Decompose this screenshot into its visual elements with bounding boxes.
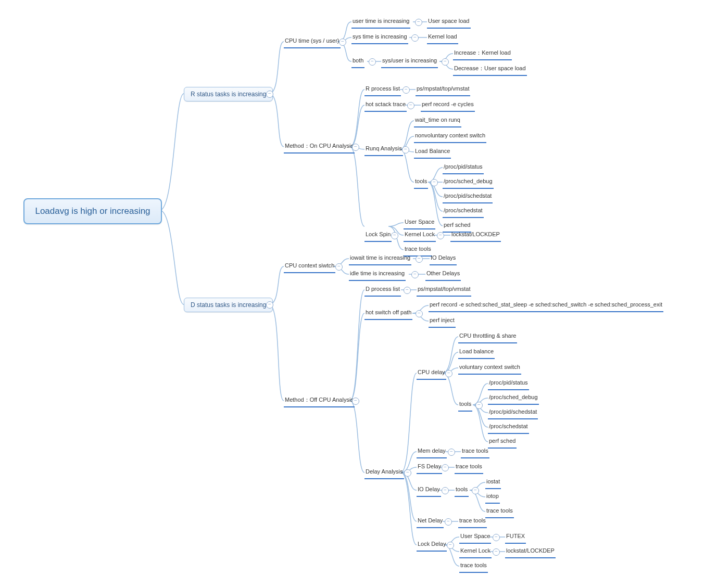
toggle-icon[interactable]: − — [442, 464, 449, 471]
leaf-d-t2: /proc/sched_debug — [488, 392, 539, 405]
node-user-space-2[interactable]: User Space — [459, 531, 491, 544]
node-delay-analysis[interactable]: Delay Analysis — [364, 466, 404, 479]
toggle-icon[interactable]: − — [404, 469, 411, 477]
toggle-icon[interactable]: − — [415, 19, 422, 26]
leaf-perf-inject: perf inject — [429, 315, 456, 328]
toggle-icon[interactable]: − — [445, 518, 452, 526]
leaf-d-loadbal: Load balance — [458, 346, 495, 359]
leaf-dec-user: Decrease：User space load — [453, 63, 527, 76]
leaf-trace-1: trace tools — [461, 445, 489, 458]
node-cpu-time[interactable]: CPU time (sys / user) — [284, 35, 341, 48]
toggle-icon[interactable]: − — [475, 402, 483, 409]
connector-layer — [10, 10, 707, 578]
node-lock-spin[interactable]: Lock Spin — [364, 229, 392, 242]
leaf-futex: FUTEX — [505, 531, 526, 544]
toggle-icon[interactable]: − — [335, 263, 343, 271]
node-mem-delay[interactable]: Mem delay — [417, 445, 447, 458]
leaf-user-space: User Space — [404, 216, 435, 229]
leaf-r-t2: /proc/sched_debug — [443, 176, 494, 189]
toggle-icon[interactable]: − — [402, 146, 409, 154]
leaf-r-t3: /proc/pid/schedstat — [443, 190, 493, 203]
toggle-icon[interactable]: − — [493, 548, 500, 556]
node-idle-inc[interactable]: idle time is increasing — [349, 268, 406, 281]
toggle-icon[interactable]: − — [369, 58, 376, 66]
node-tools-r[interactable]: tools — [414, 176, 428, 189]
toggle-icon[interactable]: − — [352, 398, 359, 405]
node-lock-delay[interactable]: Lock Delay — [417, 539, 447, 552]
node-sys-time-inc[interactable]: sys time is increasing — [351, 31, 408, 44]
node-net-delay[interactable]: Net Delay — [417, 515, 444, 528]
leaf-io-delays: IO Delays — [430, 252, 457, 265]
toggle-icon[interactable]: − — [411, 271, 419, 278]
toggle-icon[interactable]: − — [391, 232, 398, 239]
leaf-throttling: CPU throttling & share — [458, 330, 517, 343]
toggle-icon[interactable]: − — [416, 310, 423, 317]
node-cpu-ctx-switch[interactable]: CPU context siwtch — [284, 260, 335, 273]
leaf-d-t4: /proc/schedstat — [488, 421, 529, 434]
leaf-perf-record: perf record -e cycles — [421, 99, 475, 112]
leaf-loadbal: Load Balance — [414, 146, 451, 159]
node-runq-analysis[interactable]: Runq Analysis — [364, 143, 403, 156]
toggle-icon[interactable]: − — [472, 487, 479, 494]
leaf-ps-tools: ps/mpstat/top/vmstat — [416, 83, 470, 96]
leaf-r-t4: /proc/schedstat — [443, 205, 484, 218]
toggle-icon[interactable]: − — [442, 58, 449, 66]
leaf-trace-5: trace tools — [459, 560, 488, 573]
node-kernel-lock[interactable]: Kernel Lock — [404, 229, 436, 242]
node-hot-stack[interactable]: hot sctack trace — [364, 99, 407, 112]
node-io-tools[interactable]: tools — [455, 484, 469, 497]
toggle-icon[interactable]: − — [437, 232, 444, 239]
node-kernel-lock-2[interactable]: Kernel Lock — [459, 545, 492, 558]
node-cpu-delay[interactable]: CPU delay — [417, 367, 446, 380]
leaf-trace-4: trace tools — [458, 515, 487, 528]
leaf-d-t3: /proc/pid/schedstat — [488, 406, 538, 419]
leaf-lockstat: lockstat/LOCKDEP — [450, 229, 501, 242]
node-method-on-cpu[interactable]: Method：On CPU Analysis — [284, 140, 355, 154]
leaf-inc-kernel: Increase：Kernel load — [453, 47, 512, 60]
toggle-icon[interactable]: − — [411, 34, 419, 42]
toggle-icon[interactable]: − — [447, 542, 454, 549]
node-sysuser-inc[interactable]: sys/user is increasing — [381, 55, 438, 68]
toggle-icon[interactable]: − — [431, 179, 438, 186]
toggle-icon[interactable]: − — [339, 39, 346, 46]
toggle-icon[interactable]: − — [352, 144, 359, 151]
node-d-process-list[interactable]: D process list — [364, 284, 401, 297]
node-r-process-list[interactable]: R process list — [364, 83, 401, 96]
leaf-wait-runq: wait_time on runq — [414, 114, 461, 127]
branch-d-status[interactable]: D status tasks is increasing — [184, 298, 273, 312]
node-hot-switch-off[interactable]: hot switch off path — [364, 307, 412, 320]
branch-r-status[interactable]: R status tasks is increasing — [184, 87, 273, 101]
node-fs-delay[interactable]: FS Delay — [417, 461, 442, 474]
toggle-icon[interactable]: − — [266, 91, 273, 98]
leaf-d-t1: /proc/pid/status — [488, 377, 529, 390]
toggle-icon[interactable]: − — [266, 301, 273, 309]
leaf-other-delays: Other Delays — [425, 268, 461, 281]
leaf-trace-3: trace tools — [485, 505, 514, 518]
leaf-lockstat-2: lockstat/LOCKDEP — [505, 545, 556, 558]
toggle-icon[interactable]: − — [404, 287, 411, 294]
leaf-kernel-load: Kernel load — [427, 31, 458, 44]
node-user-time-inc[interactable]: user time is increasing — [351, 16, 410, 29]
node-tools-d[interactable]: tools — [458, 399, 472, 412]
leaf-d-t5: perf sched — [488, 436, 517, 449]
toggle-icon[interactable]: − — [445, 370, 452, 377]
leaf-vol-ctx: voluntary context switch — [458, 362, 521, 375]
leaf-iotop: iotop — [485, 491, 500, 504]
leaf-d-ps: ps/mpstat/top/vmstat — [417, 284, 471, 297]
node-io-delay[interactable]: IO Delay — [417, 484, 441, 497]
toggle-icon[interactable]: − — [407, 102, 414, 109]
node-method-off-cpu[interactable]: Method：Off CPU Analysis — [284, 394, 355, 407]
leaf-perf-record-sched: perf record -e sched:sched_stat_sleep -e… — [429, 299, 663, 312]
leaf-r-t1: /proc/pid/status — [443, 161, 484, 174]
toggle-icon[interactable]: − — [402, 86, 410, 94]
leaf-user-space-load: User space load — [427, 16, 471, 29]
node-iowait-inc[interactable]: iowait time is increasing — [349, 252, 411, 265]
toggle-icon[interactable]: − — [448, 449, 455, 456]
toggle-icon[interactable]: − — [416, 255, 423, 263]
root-node[interactable]: Loadavg is high or increasing — [23, 198, 162, 224]
leaf-iostat: iostat — [485, 476, 501, 489]
node-both[interactable]: both — [351, 55, 364, 68]
toggle-icon[interactable]: − — [442, 487, 449, 494]
toggle-icon[interactable]: − — [493, 534, 500, 541]
leaf-nonvol-ctx: nonvoluntary context switch — [414, 130, 486, 143]
